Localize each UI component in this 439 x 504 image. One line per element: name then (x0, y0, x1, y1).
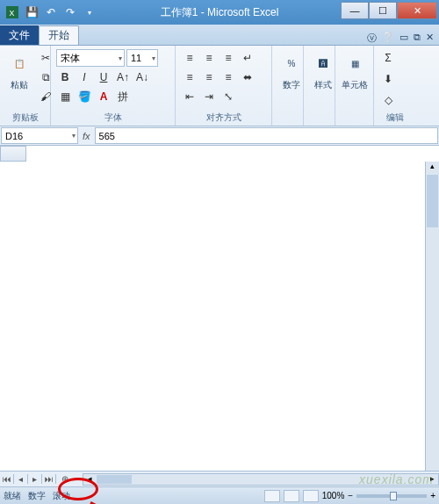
underline-button[interactable]: U (95, 68, 112, 86)
sheet-nav-next-icon[interactable]: ▸ (28, 474, 42, 484)
ribbon: 📋 粘贴 ✂ ⧉ 🖌 剪贴板 宋体 11 B I U A↑ A↓ (0, 46, 439, 126)
close-button[interactable]: ✕ (397, 2, 437, 19)
number-label: 数字 (283, 79, 300, 91)
ribbon-min-icon[interactable]: ▭ (399, 32, 408, 45)
zoom-in-button[interactable]: + (430, 491, 435, 500)
clipboard-group-label: 剪贴板 (5, 110, 45, 126)
file-tab[interactable]: 文件 (0, 25, 39, 45)
select-all-button[interactable] (0, 146, 26, 162)
undo-icon[interactable]: ↶ (42, 4, 60, 21)
vertical-scrollbar[interactable]: ▴ (425, 162, 439, 471)
font-group-label: 字体 (56, 110, 169, 126)
sheet-nav-prev-icon[interactable]: ◂ (14, 474, 28, 484)
name-box[interactable]: D16 (1, 127, 78, 144)
ribbon-close-icon[interactable]: ✕ (426, 32, 434, 45)
align-bottom-icon[interactable]: ≡ (220, 49, 237, 67)
italic-button[interactable]: I (76, 68, 93, 86)
tab-开始[interactable]: 开始 (39, 25, 79, 45)
horizontal-scrollbar[interactable]: ◂ ▸ (83, 473, 439, 486)
bold-button[interactable]: B (56, 68, 74, 86)
zoom-level[interactable]: 100% (322, 491, 345, 500)
status-bar: 就绪 数字 滚动 100% − + (0, 486, 439, 504)
fill-color-button[interactable]: 🪣 (76, 88, 93, 105)
phonetic-button[interactable]: 拼 (114, 88, 132, 105)
status-numlock: 数字 (28, 490, 46, 502)
qat-customize-icon[interactable]: ▾ (81, 4, 98, 21)
number-format-button[interactable]: %数字 (277, 49, 306, 122)
align-right-icon[interactable]: ≡ (220, 68, 237, 86)
autosum-button[interactable]: Σ (379, 49, 397, 67)
scroll-up-icon[interactable]: ▴ (426, 162, 439, 174)
align-center-icon[interactable]: ≡ (200, 68, 218, 86)
quick-access-toolbar: X 💾 ↶ ↷ ▾ (4, 4, 98, 21)
title-bar: X 💾 ↶ ↷ ▾ 工作簿1 - Microsoft Excel — ☐ ✕ (0, 0, 439, 25)
wrap-text-icon[interactable]: ↵ (239, 49, 256, 67)
styles-button[interactable]: 🅰样式 (309, 49, 337, 122)
scroll-thumb[interactable] (97, 475, 132, 484)
ribbon-restore-icon[interactable]: ⧉ (414, 32, 421, 45)
ribbon-tabs: 文件 开始 ⓥ ❔ ▭ ⧉ ✕ (0, 25, 439, 46)
spreadsheet-grid: ▴ (0, 146, 439, 471)
paste-button[interactable]: 📋 粘贴 (5, 49, 33, 110)
sheet-tab-bar: ⏮ ◂ ▸ ⏭ ⊕ ◂ ▸ (0, 471, 439, 486)
cells-icon: ▦ (341, 49, 369, 77)
fx-icon[interactable]: fx (83, 131, 90, 141)
zoom-out-button[interactable]: − (348, 491, 353, 500)
save-icon[interactable]: 💾 (23, 4, 40, 21)
styles-label: 样式 (314, 79, 332, 91)
editing-group-label: 编辑 (379, 110, 411, 126)
excel-icon[interactable]: X (4, 4, 21, 21)
maximize-button[interactable]: ☐ (369, 2, 397, 19)
minimize-ribbon-icon[interactable]: ⓥ (367, 32, 377, 45)
window-controls: — ☐ ✕ (341, 2, 437, 19)
scroll-left-icon[interactable]: ◂ (83, 474, 96, 485)
formula-bar: D16 fx 565 (0, 126, 439, 146)
fill-button[interactable]: ⬇ (379, 70, 397, 88)
minimize-button[interactable]: — (341, 2, 369, 19)
sheet-nav-first-icon[interactable]: ⏮ (0, 474, 14, 484)
scroll-right-icon[interactable]: ▸ (426, 474, 438, 485)
cells-label: 单元格 (342, 79, 368, 91)
increase-indent-icon[interactable]: ⇥ (200, 88, 218, 105)
styles-icon: 🅰 (309, 49, 337, 77)
align-left-icon[interactable]: ≡ (181, 68, 198, 86)
align-middle-icon[interactable]: ≡ (200, 49, 218, 67)
paste-label: 粘贴 (11, 79, 28, 91)
font-color-button[interactable]: A (95, 88, 112, 105)
clipboard-icon: 📋 (5, 49, 33, 77)
border-button[interactable]: ▦ (56, 88, 74, 105)
sheet-nav-last-icon[interactable]: ⏭ (42, 474, 56, 484)
align-top-icon[interactable]: ≡ (181, 49, 198, 67)
orientation-icon[interactable]: ⤡ (220, 88, 237, 105)
zoom-slider[interactable] (356, 494, 427, 498)
page-break-view-button[interactable] (303, 490, 319, 502)
font-name-combo[interactable]: 宋体 (56, 49, 125, 67)
alignment-group-label: 对齐方式 (181, 110, 266, 126)
decrease-font-icon[interactable]: A↓ (133, 68, 151, 86)
percent-icon: % (277, 49, 306, 77)
scroll-thumb[interactable] (427, 175, 438, 227)
cells-button[interactable]: ▦单元格 (341, 49, 369, 122)
formula-input[interactable]: 565 (95, 127, 438, 144)
redo-icon[interactable]: ↷ (61, 4, 79, 21)
normal-view-button[interactable] (264, 490, 280, 502)
status-ready: 就绪 (4, 490, 21, 502)
clear-button[interactable]: ◇ (379, 91, 397, 109)
new-sheet-button[interactable]: ⊕ (56, 474, 74, 484)
merge-center-icon[interactable]: ⬌ (239, 68, 256, 86)
decrease-indent-icon[interactable]: ⇤ (181, 88, 198, 105)
increase-font-icon[interactable]: A↑ (114, 68, 132, 86)
status-scroll: 滚动 (53, 490, 70, 502)
help-icon[interactable]: ❔ (382, 32, 394, 45)
font-size-combo[interactable]: 11 (126, 49, 158, 67)
svg-text:X: X (10, 9, 15, 18)
page-layout-view-button[interactable] (284, 490, 299, 502)
